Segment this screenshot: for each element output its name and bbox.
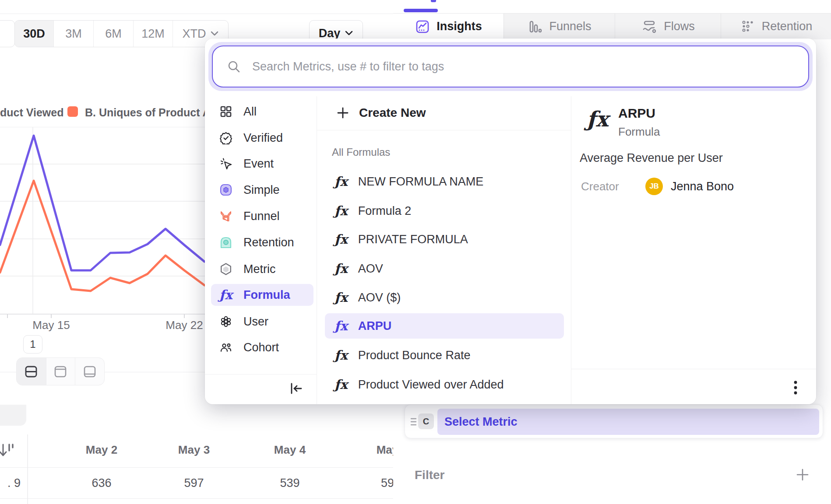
- category-label: Simple: [243, 183, 280, 197]
- formula-item-label: AOV: [358, 262, 383, 276]
- formula-fx-icon: ƒx: [335, 378, 348, 391]
- line-chart[interactable]: May 15May 22: [0, 127, 206, 332]
- table-cell: 636: [92, 476, 111, 490]
- simple-icon: [219, 183, 233, 196]
- formula-fx-icon: ƒx: [335, 233, 348, 246]
- category-label: Metric: [243, 262, 276, 276]
- category-label: Event: [243, 157, 274, 171]
- detail-type: Formula: [618, 125, 660, 139]
- search-input[interactable]: [252, 60, 778, 74]
- formula-fx-icon: ƒx: [219, 289, 233, 301]
- layout-table-only-button[interactable]: [75, 358, 104, 385]
- creator-label: Creator: [581, 180, 619, 193]
- category-cohort[interactable]: Cohort: [211, 336, 313, 358]
- creator-name: Jenna Bono: [671, 180, 734, 193]
- formula-item-label: PRIVATE FORMULA: [358, 233, 468, 246]
- create-new-label: Create New: [359, 106, 426, 120]
- category-label: All: [243, 105, 257, 119]
- formula-fx-icon: ƒx: [335, 291, 348, 304]
- card-top-border: [0, 14, 393, 14]
- formulas-section-label: All Formulas: [332, 146, 390, 158]
- formula-item[interactable]: ƒxAOV: [325, 256, 564, 281]
- category-event[interactable]: Event: [211, 153, 313, 175]
- detail-column-divider: [571, 96, 571, 404]
- category-user[interactable]: User: [211, 311, 313, 332]
- category-metric[interactable]: Metric: [211, 258, 313, 280]
- formula-item-arpu-selected[interactable]: ƒxARPU: [325, 313, 564, 339]
- table-header-may2[interactable]: May 2: [86, 443, 117, 457]
- category-all[interactable]: All: [211, 101, 313, 122]
- formula-item[interactable]: ƒxFormula 2: [325, 198, 564, 224]
- category-label: Funnel: [243, 210, 280, 223]
- app-window: 30D 3M 6M 12M XTD Day Insights: [0, 0, 831, 504]
- legend-series-b-label[interactable]: B. Uniques of Product Add: [85, 106, 224, 119]
- search-field-container: [212, 46, 809, 88]
- table-header-may4[interactable]: May 4: [274, 443, 306, 457]
- table-header-divider: [0, 467, 393, 468]
- active-nav-indicator: [404, 9, 438, 12]
- layout-chart-only-icon: [53, 364, 68, 379]
- detail-footer-divider: [571, 369, 816, 369]
- formula-fx-icon: ƒx: [335, 175, 348, 188]
- formula-item-label: AOV ($): [358, 291, 401, 304]
- category-funnel[interactable]: Funnel: [211, 205, 313, 227]
- category-column-divider: [317, 96, 317, 404]
- sort-descending-icon[interactable]: [0, 441, 17, 460]
- tab-funnels[interactable]: Funnels: [504, 14, 615, 39]
- tab-retention-label: Retention: [762, 20, 813, 33]
- detail-title: ARPU: [618, 106, 655, 121]
- x-axis-label: May 15: [32, 318, 70, 332]
- category-label: Formula: [243, 288, 290, 302]
- tab-insights[interactable]: Insights: [393, 14, 504, 39]
- range-button-12m[interactable]: 12M: [133, 21, 173, 47]
- series-page-badge[interactable]: 1: [23, 335, 42, 354]
- user-cluster-icon: [219, 315, 233, 328]
- range-button-3m[interactable]: 3M: [53, 21, 93, 47]
- formula-item[interactable]: ƒxPRIVATE FORMULA: [325, 227, 564, 252]
- drag-handle-icon[interactable]: [410, 416, 417, 427]
- select-metric-button[interactable]: Select Metric: [437, 409, 819, 435]
- range-button-xtd-label: XTD: [183, 27, 206, 41]
- formula-item[interactable]: ƒxAOV ($): [325, 285, 564, 310]
- detail-description: Average Revenue per User: [580, 151, 723, 165]
- category-label: Verified: [243, 131, 283, 145]
- metric-row-letter-badge: C: [418, 413, 434, 429]
- create-new-divider: [317, 130, 571, 130]
- category-verified[interactable]: Verified: [211, 127, 313, 149]
- layout-split-icon: [23, 364, 39, 379]
- formula-item[interactable]: ƒxNEW FORMULA NAME: [325, 169, 564, 194]
- category-footer-divider: [205, 374, 317, 374]
- add-filter-button[interactable]: [795, 467, 810, 482]
- category-simple[interactable]: Simple: [211, 179, 313, 201]
- layout-split-button[interactable]: [17, 358, 46, 385]
- collapse-panel-button[interactable]: [286, 380, 306, 397]
- formula-item-label: NEW FORMULA NAME: [358, 175, 484, 189]
- create-new-button[interactable]: Create New: [336, 102, 426, 123]
- legend-series-b-swatch: [67, 106, 78, 117]
- table-header-may3[interactable]: May 3: [178, 443, 210, 457]
- more-options-button[interactable]: [786, 378, 805, 397]
- filter-section-label: Filter: [415, 468, 444, 482]
- category-label: Retention: [243, 236, 294, 249]
- funnel-icon: [219, 210, 233, 223]
- formula-fx-icon: ƒx: [335, 349, 348, 362]
- range-button-6m[interactable]: 6M: [93, 21, 133, 47]
- category-formula[interactable]: ƒx Formula: [211, 284, 313, 306]
- range-button-30d[interactable]: 30D: [15, 21, 53, 47]
- table-cell: 539: [280, 476, 299, 490]
- legend-series-a-label[interactable]: duct Viewed: [0, 106, 63, 119]
- category-retention[interactable]: Retention: [211, 231, 313, 253]
- grid-icon: [219, 105, 233, 118]
- retention-icon: [219, 236, 233, 249]
- layout-chart-only-button[interactable]: [46, 358, 75, 385]
- category-label: User: [243, 315, 268, 329]
- formula-item[interactable]: ƒxProduct Viewed over Added: [325, 372, 564, 397]
- plus-icon: [336, 106, 349, 119]
- formula-fx-icon: ƒx: [335, 205, 348, 217]
- table-row-divider: [0, 498, 393, 499]
- formula-item[interactable]: ƒxProduct Bounce Rate: [325, 343, 564, 368]
- tab-flows[interactable]: Flows: [615, 14, 721, 39]
- tab-retention[interactable]: Retention: [721, 14, 831, 39]
- range-button-partial[interactable]: [0, 20, 15, 47]
- formula-fx-icon: ƒx: [335, 320, 348, 332]
